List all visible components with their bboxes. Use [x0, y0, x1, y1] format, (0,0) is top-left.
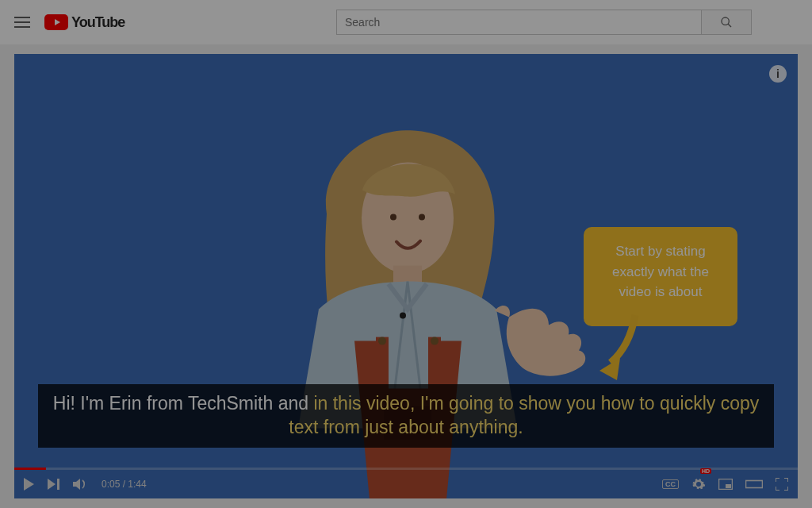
svg-marker-17 [48, 479, 56, 490]
settings-button[interactable]: HD [691, 470, 706, 498]
svg-marker-16 [24, 478, 34, 491]
search-form [336, 10, 752, 35]
fullscreen-button[interactable] [776, 470, 788, 498]
youtube-logo[interactable]: YouTube [44, 14, 124, 31]
svg-point-12 [390, 214, 396, 221]
hd-badge: HD [700, 468, 711, 474]
volume-button[interactable] [73, 470, 89, 498]
cc-icon: CC [662, 479, 679, 489]
svg-point-10 [378, 337, 386, 345]
play-icon [24, 478, 35, 491]
menu-icon [14, 17, 30, 28]
caption-text-plain: Hi! I'm Erin from TechSmith and [53, 393, 314, 414]
search-input[interactable] [336, 10, 701, 35]
caption-overlay: Hi! I'm Erin from TechSmith and in this … [38, 384, 774, 448]
annotation-callout: Start by stating exactly what the video … [584, 227, 737, 326]
player-controls: 0:05 / 1:44 CC HD [14, 470, 798, 498]
theater-button[interactable] [745, 470, 763, 498]
next-button[interactable] [48, 470, 60, 498]
svg-line-4 [728, 24, 731, 27]
svg-point-11 [431, 337, 439, 345]
masthead: YouTube [0, 0, 812, 44]
svg-rect-21 [726, 484, 731, 488]
search-button[interactable] [701, 10, 752, 35]
next-icon [48, 479, 60, 490]
fullscreen-icon [776, 478, 788, 491]
svg-rect-22 [746, 481, 763, 488]
info-icon: i [776, 67, 779, 80]
svg-rect-1 [14, 21, 30, 23]
svg-rect-2 [14, 26, 30, 28]
theater-icon [745, 479, 763, 490]
search-icon [720, 16, 733, 29]
miniplayer-button[interactable] [718, 470, 733, 498]
gear-icon [691, 477, 706, 491]
miniplayer-icon [718, 479, 733, 490]
svg-point-3 [722, 17, 729, 25]
video-player[interactable]: Start by stating exactly what the video … [14, 54, 798, 498]
annotation-arrow-icon [599, 314, 647, 382]
svg-rect-18 [57, 479, 59, 490]
svg-point-14 [400, 313, 406, 319]
info-card-button[interactable]: i [769, 65, 787, 83]
caption-text-highlight: in this video, I'm going to show you how… [289, 393, 759, 437]
time-display: 0:05 / 1:44 [102, 479, 147, 490]
volume-icon [73, 478, 89, 491]
captions-button[interactable]: CC [662, 470, 679, 498]
hamburger-menu-button[interactable] [13, 13, 32, 32]
annotation-text: Start by stating exactly what the video … [612, 244, 709, 299]
youtube-play-icon [44, 14, 68, 30]
svg-marker-19 [73, 479, 80, 490]
svg-point-13 [419, 214, 425, 221]
play-button[interactable] [24, 470, 35, 498]
youtube-logo-text: YouTube [71, 14, 124, 31]
svg-rect-0 [14, 17, 30, 18]
